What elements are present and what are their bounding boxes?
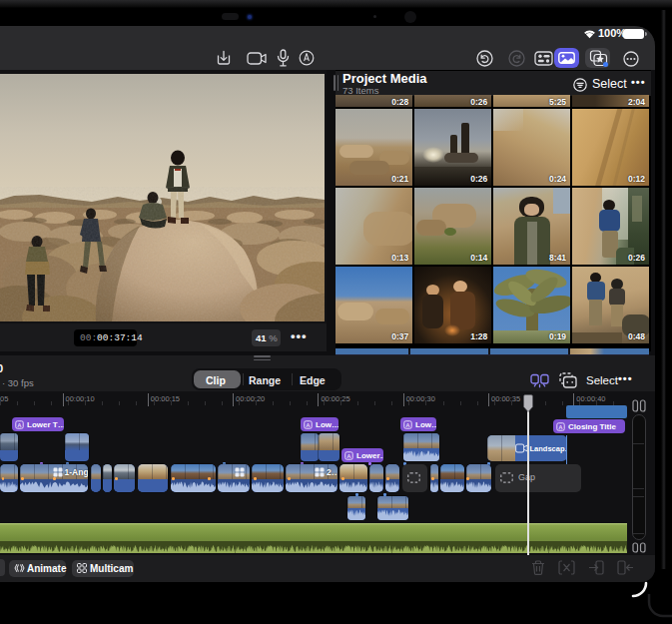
svg-text:A: A (346, 453, 351, 459)
svg-text:A: A (558, 424, 563, 430)
svg-text:A: A (405, 422, 410, 428)
svg-text:A: A (306, 422, 311, 428)
svg-text:A: A (17, 421, 22, 427)
